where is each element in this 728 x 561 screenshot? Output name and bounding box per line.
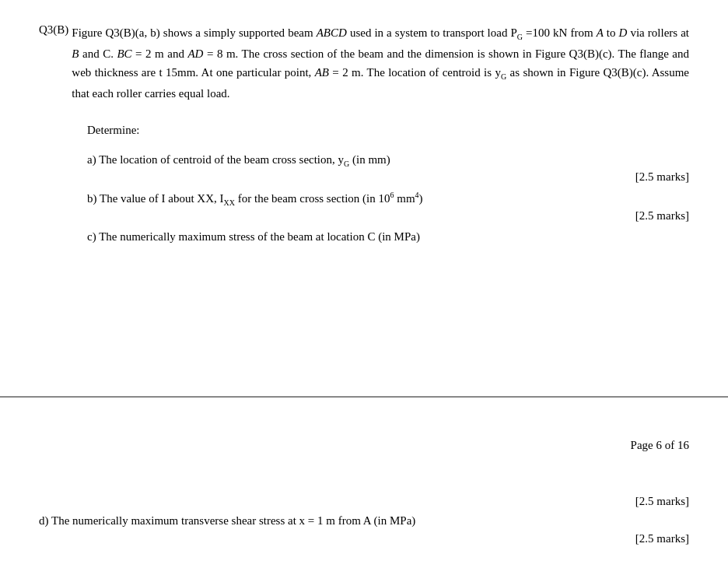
page-footer: Page 6 of 16: [631, 439, 689, 452]
sub-b-text: b) The value of I about XX, IXX for the …: [87, 188, 689, 209]
top-section: Q3(B) Figure Q3(B)(a, b) shows a simply …: [39, 23, 689, 268]
sub-questions: a) The location of centroid of the beam …: [87, 150, 689, 247]
sub-c-text: c) The numerically maximum stress of the…: [87, 227, 689, 247]
sub-d-marks-top: [2.5 marks]: [39, 495, 689, 508]
sub-question-a: a) The location of centroid of the beam …: [87, 150, 689, 184]
determine-block: Determine:: [87, 121, 689, 140]
sub-b-marks: [2.5 marks]: [87, 209, 689, 223]
question-label: Q3(B): [39, 23, 72, 103]
sub-b-row: b) The value of I about XX, IXX for the …: [87, 188, 689, 209]
sub-d-marks-bottom: [2.5 marks]: [39, 532, 689, 545]
sub-a-row: a) The location of centroid of the beam …: [87, 150, 689, 170]
question-intro-text: Figure Q3(B)(a, b) shows a simply suppor…: [72, 23, 689, 103]
sub-c-row: c) The numerically maximum stress of the…: [87, 227, 689, 247]
sub-d-text: d) The numerically maximum transverse sh…: [39, 511, 689, 531]
sub-question-c: c) The numerically maximum stress of the…: [87, 227, 689, 247]
sub-question-b: b) The value of I about XX, IXX for the …: [87, 188, 689, 223]
question-block: Q3(B) Figure Q3(B)(a, b) shows a simply …: [39, 23, 689, 103]
page-divider: [0, 396, 728, 398]
sub-a-text: a) The location of centroid of the beam …: [87, 150, 689, 170]
sub-a-marks: [2.5 marks]: [87, 170, 689, 184]
determine-label: Determine:: [87, 124, 139, 136]
page: Q3(B) Figure Q3(B)(a, b) shows a simply …: [0, 0, 728, 561]
bottom-section: [2.5 marks] d) The numerically maximum t…: [39, 495, 689, 546]
